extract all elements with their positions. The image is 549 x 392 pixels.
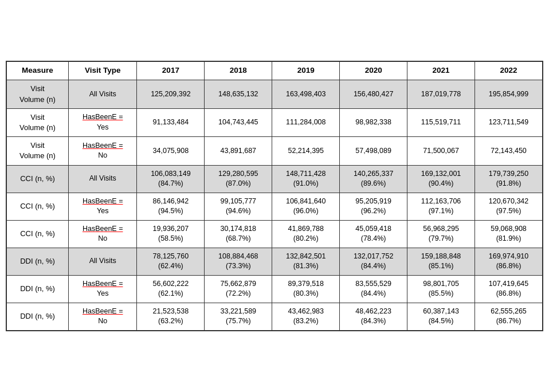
data-cell: 99,105,777(94.6%) — [205, 193, 272, 220]
data-cell: 98,801,705(85.5%) — [407, 275, 475, 303]
table-row: CCI (n, %)All Visits106,083,149(84.7%)12… — [7, 165, 543, 193]
data-cell: 115,519,711 — [407, 108, 475, 136]
data-cell: 57,498,089 — [340, 137, 407, 165]
table-row: DDI (n, %)HasBeenE =No21,523,538(63.2%)3… — [7, 303, 543, 330]
data-cell: 19,936,207(58.5%) — [137, 220, 205, 248]
table-row: VisitVolume (n)HasBeenE =No34,075,90843,… — [7, 137, 543, 165]
data-cell: 112,163,706(97.1%) — [407, 193, 475, 220]
measure-cell: CCI (n, %) — [7, 165, 69, 193]
header-2017: 2017 — [137, 62, 205, 80]
data-cell: 140,265,337(89.6%) — [340, 165, 407, 193]
data-cell: 41,869,788(80.2%) — [272, 220, 340, 248]
data-cell: 89,379,518(80.3%) — [272, 275, 340, 303]
data-cell: 104,743,445 — [205, 108, 272, 136]
data-cell: 156,480,427 — [340, 80, 407, 108]
data-cell: 75,662,879(72.2%) — [205, 275, 272, 303]
table-row: CCI (n, %)HasBeenE =Yes86,146,942(94.5%)… — [7, 193, 543, 220]
data-cell: 129,280,595(87.0%) — [205, 165, 272, 193]
measure-cell: DDI (n, %) — [7, 248, 69, 275]
header-2019: 2019 — [272, 62, 340, 80]
measure-cell: VisitVolume (n) — [7, 108, 69, 136]
measure-cell: VisitVolume (n) — [7, 80, 69, 108]
data-cell: 52,214,395 — [272, 137, 340, 165]
data-cell: 169,974,910(86.8%) — [475, 248, 543, 275]
data-cell: 106,841,640(96.0%) — [272, 193, 340, 220]
data-cell: 132,017,752(84.4%) — [340, 248, 407, 275]
visit-type-cell: HasBeenE =No — [68, 303, 136, 330]
data-cell: 33,221,589(75.7%) — [205, 303, 272, 330]
data-cell: 78,125,760(62.4%) — [137, 248, 205, 275]
header-visit-type: Visit Type — [68, 62, 136, 80]
data-cell: 60,387,143(84.5%) — [407, 303, 475, 330]
data-cell: 43,462,983(83.2%) — [272, 303, 340, 330]
data-cell: 120,670,342(97.5%) — [475, 193, 543, 220]
measure-cell: CCI (n, %) — [7, 193, 69, 220]
data-cell: 21,523,538(63.2%) — [137, 303, 205, 330]
visit-type-cell: All Visits — [68, 165, 136, 193]
measure-cell: VisitVolume (n) — [7, 137, 69, 165]
data-cell: 59,068,908(81.9%) — [475, 220, 543, 248]
header-2018: 2018 — [205, 62, 272, 80]
visit-type-cell: All Visits — [68, 248, 136, 275]
visit-type-cell: HasBeenE =No — [68, 137, 136, 165]
data-cell: 123,711,549 — [475, 108, 543, 136]
data-cell: 125,209,392 — [137, 80, 205, 108]
header-2020: 2020 — [340, 62, 407, 80]
data-cell: 132,842,501(81.3%) — [272, 248, 340, 275]
data-cell: 108,884,468(73.3%) — [205, 248, 272, 275]
data-cell: 45,059,418(78.4%) — [340, 220, 407, 248]
data-cell: 148,711,428(91.0%) — [272, 165, 340, 193]
visit-type-cell: HasBeenE =Yes — [68, 275, 136, 303]
header-2021: 2021 — [407, 62, 475, 80]
data-cell: 91,133,484 — [137, 108, 205, 136]
data-cell: 195,854,999 — [475, 80, 543, 108]
data-cell: 34,075,908 — [137, 137, 205, 165]
data-cell: 187,019,778 — [407, 80, 475, 108]
data-cell: 148,635,132 — [205, 80, 272, 108]
header-row: Measure Visit Type 2017 2018 2019 2020 2… — [7, 62, 543, 80]
table-row: CCI (n, %)HasBeenE =No19,936,207(58.5%)3… — [7, 220, 543, 248]
visit-type-cell: All Visits — [68, 80, 136, 108]
measure-cell: CCI (n, %) — [7, 220, 69, 248]
table-row: DDI (n, %)All Visits78,125,760(62.4%)108… — [7, 248, 543, 275]
table-row: DDI (n, %)HasBeenE =Yes56,602,222(62.1%)… — [7, 275, 543, 303]
data-cell: 106,083,149(84.7%) — [137, 165, 205, 193]
data-cell: 56,968,295(79.7%) — [407, 220, 475, 248]
visit-type-cell: HasBeenE =Yes — [68, 108, 136, 136]
visit-type-cell: HasBeenE =Yes — [68, 193, 136, 220]
visit-type-cell: HasBeenE =No — [68, 220, 136, 248]
measure-cell: DDI (n, %) — [7, 275, 69, 303]
header-measure: Measure — [7, 62, 69, 80]
data-cell: 111,284,008 — [272, 108, 340, 136]
data-cell: 107,419,645(86.8%) — [475, 275, 543, 303]
data-cell: 56,602,222(62.1%) — [137, 275, 205, 303]
data-cell: 163,498,403 — [272, 80, 340, 108]
table-row: VisitVolume (n)All Visits125,209,392148,… — [7, 80, 543, 108]
data-cell: 86,146,942(94.5%) — [137, 193, 205, 220]
data-cell: 71,500,067 — [407, 137, 475, 165]
data-cell: 48,462,223(84.3%) — [340, 303, 407, 330]
data-table: Measure Visit Type 2017 2018 2019 2020 2… — [6, 61, 543, 331]
header-2022: 2022 — [475, 62, 543, 80]
data-cell: 43,891,687 — [205, 137, 272, 165]
data-cell: 98,982,338 — [340, 108, 407, 136]
data-cell: 83,555,529(84.4%) — [340, 275, 407, 303]
data-cell: 72,143,450 — [475, 137, 543, 165]
table-row: VisitVolume (n)HasBeenE =Yes91,133,48410… — [7, 108, 543, 136]
data-cell: 169,132,001(90.4%) — [407, 165, 475, 193]
measure-cell: DDI (n, %) — [7, 303, 69, 330]
data-cell: 179,739,250(91.8%) — [475, 165, 543, 193]
data-cell: 159,188,848(85.1%) — [407, 248, 475, 275]
data-cell: 95,205,919(96.2%) — [340, 193, 407, 220]
data-cell: 30,174,818(68.7%) — [205, 220, 272, 248]
data-cell: 62,555,265(86.7%) — [475, 303, 543, 330]
